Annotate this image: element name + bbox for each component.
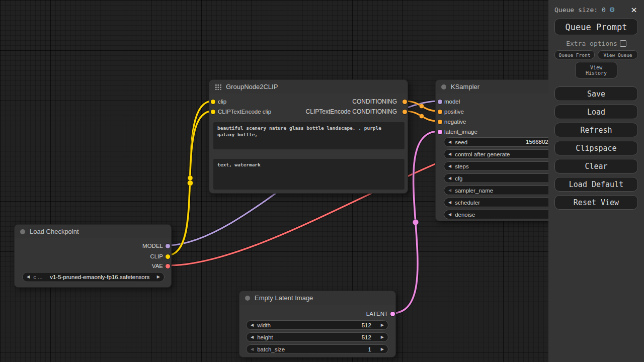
positive-prompt-textarea[interactable]: beautiful scenery nature glass bottle la…: [213, 122, 405, 149]
widget-control-after-generate[interactable]: ◀ control after generate randomize: [444, 149, 565, 159]
save-button[interactable]: Save: [554, 86, 638, 101]
widget-label: denoise: [455, 212, 475, 218]
load-default-button[interactable]: Load Default: [554, 177, 638, 192]
output-slot-clip: CLIP: [15, 253, 171, 260]
node-title: GroupNode2CLIP: [226, 83, 278, 90]
group-node-grid-icon: [215, 83, 221, 90]
slot-label: CLIPTextEncode CONDITIONING: [306, 108, 397, 115]
output-slot-latent: LATENT: [239, 310, 395, 317]
node-title-bar[interactable]: GroupNode2CLIP: [209, 80, 408, 94]
reset-view-button[interactable]: Reset View: [554, 195, 638, 210]
decrement-arrow-icon[interactable]: ◀: [448, 176, 451, 180]
decrement-arrow-icon[interactable]: ◀: [251, 347, 254, 351]
widget-label: height: [257, 334, 273, 340]
queue-front-button[interactable]: Queue Front: [554, 50, 595, 59]
widget-cfg[interactable]: ◀ cfg: [444, 173, 565, 183]
widget-label: scheduler: [455, 200, 480, 206]
widget-width[interactable]: ◀ width 512 ▶: [246, 320, 388, 330]
close-icon[interactable]: ×: [631, 5, 637, 15]
decrement-arrow-icon[interactable]: ◀: [448, 201, 451, 205]
output-dot-vae[interactable]: [166, 264, 170, 268]
slot-label: VAE: [152, 263, 163, 269]
extra-options-checkbox[interactable]: [620, 40, 626, 47]
slot-label: MODEL: [142, 243, 163, 249]
slot-label: CONDITIONING: [352, 98, 397, 105]
input-dot-latent-image[interactable]: [438, 130, 442, 134]
collapse-dot-icon[interactable]: [245, 296, 250, 301]
collapse-dot-icon[interactable]: [441, 84, 446, 89]
decrement-arrow-icon[interactable]: ◀: [448, 152, 451, 156]
node-title: Load Checkpoint: [30, 228, 79, 235]
increment-arrow-icon[interactable]: ▶: [381, 335, 384, 339]
menu-header: Queue size: 0 ⚙ ×: [548, 0, 644, 16]
widget-label: seed: [455, 139, 467, 145]
input-dot-positive[interactable]: [438, 110, 442, 114]
widget-label: c ...: [33, 274, 43, 280]
negative-prompt-textarea[interactable]: text, watermark: [213, 159, 405, 190]
decrement-arrow-icon[interactable]: ◀: [448, 140, 451, 144]
node-title-bar[interactable]: Empty Latent Image: [239, 291, 395, 305]
widget-steps[interactable]: ◀ steps: [444, 161, 565, 171]
output-slot-conditioning: CONDITIONING: [209, 98, 408, 105]
widget-denoise[interactable]: ◀ denoise: [444, 210, 565, 219]
decrement-arrow-icon[interactable]: ◀: [448, 213, 451, 217]
slot-label: model: [444, 98, 460, 105]
widget-label: steps: [455, 163, 469, 169]
view-queue-button[interactable]: View Queue: [598, 50, 638, 59]
node-title: KSampler: [451, 83, 479, 90]
increment-arrow-icon[interactable]: ▶: [157, 275, 160, 279]
clear-button[interactable]: Clear: [554, 159, 638, 173]
node-title-bar[interactable]: Load Checkpoint: [15, 225, 171, 238]
view-history-button[interactable]: View History: [575, 62, 617, 78]
input-dot-model[interactable]: [438, 100, 442, 104]
widget-value: 512: [362, 322, 371, 328]
slot-label: negative: [444, 118, 466, 125]
queue-size-label: Queue size: 0: [554, 6, 606, 14]
node-groupnode2clip[interactable]: GroupNode2CLIP clip CLIPTextEncode clip …: [209, 79, 408, 194]
load-button[interactable]: Load: [554, 105, 638, 119]
extra-options-label: Extra options: [566, 40, 617, 47]
output-slot-vae: VAE: [15, 262, 171, 269]
output-slot-model: MODEL: [15, 242, 171, 249]
increment-arrow-icon[interactable]: ▶: [381, 347, 384, 351]
decrement-arrow-icon[interactable]: ◀: [448, 189, 451, 193]
node-title: Empty Latent Image: [255, 294, 313, 302]
comfy-menu-panel: Queue size: 0 ⚙ × Queue Prompt Extra opt…: [548, 0, 644, 362]
widget-seed[interactable]: ◀ seed 1566802087: [444, 137, 565, 147]
queue-prompt-button[interactable]: Queue Prompt: [554, 19, 638, 35]
widget-height[interactable]: ◀ height 512 ▶: [246, 332, 388, 342]
widget-sampler-name[interactable]: ◀ sampler_name: [444, 186, 565, 195]
widget-label: width: [257, 322, 271, 328]
output-dot-conditioning[interactable]: [403, 100, 407, 104]
node-empty-latent-image[interactable]: Empty Latent Image LATENT ◀ width 512 ▶ …: [239, 291, 396, 357]
output-dot-model[interactable]: [166, 244, 170, 248]
slot-label: CLIP: [150, 253, 163, 259]
widget-value: v1-5-pruned-emaonly-fp16.safetensors: [46, 274, 153, 280]
widget-label: control after generate: [455, 151, 510, 157]
slot-label: positive: [444, 108, 464, 115]
node-load-checkpoint[interactable]: Load Checkpoint MODEL CLIP VAE ◀ c ... v…: [14, 224, 172, 288]
widget-label: batch_size: [257, 346, 285, 352]
refresh-button[interactable]: Refresh: [554, 123, 638, 137]
queue-buttons-row: Queue Front View Queue: [554, 50, 638, 59]
widget-label: sampler_name: [455, 188, 493, 194]
widget-ckpt-name[interactable]: ◀ c ... v1-5-pruned-emaonly-fp16.safeten…: [22, 272, 165, 282]
output-slot-cliptextencode-conditioning: CLIPTextEncode CONDITIONING: [209, 108, 408, 115]
extra-options-row: Extra options: [548, 40, 644, 47]
clipspace-button[interactable]: Clipspace: [554, 141, 638, 155]
settings-gear-icon[interactable]: ⚙: [610, 6, 615, 14]
widget-batch-size[interactable]: ◀ batch_size 1 ▶: [246, 344, 388, 354]
widget-value: 1: [368, 346, 371, 352]
decrement-arrow-icon[interactable]: ◀: [251, 335, 254, 339]
decrement-arrow-icon[interactable]: ◀: [448, 164, 451, 168]
output-dot-latent[interactable]: [390, 312, 395, 316]
output-dot-clip[interactable]: [166, 254, 170, 259]
decrement-arrow-icon[interactable]: ◀: [27, 275, 30, 279]
widget-value: 512: [362, 334, 371, 340]
input-dot-negative[interactable]: [438, 120, 442, 124]
output-dot-conditioning[interactable]: [403, 110, 407, 114]
collapse-dot-icon[interactable]: [20, 229, 25, 234]
increment-arrow-icon[interactable]: ▶: [381, 323, 384, 327]
decrement-arrow-icon[interactable]: ◀: [251, 323, 254, 327]
widget-scheduler[interactable]: ◀ scheduler: [444, 198, 565, 207]
